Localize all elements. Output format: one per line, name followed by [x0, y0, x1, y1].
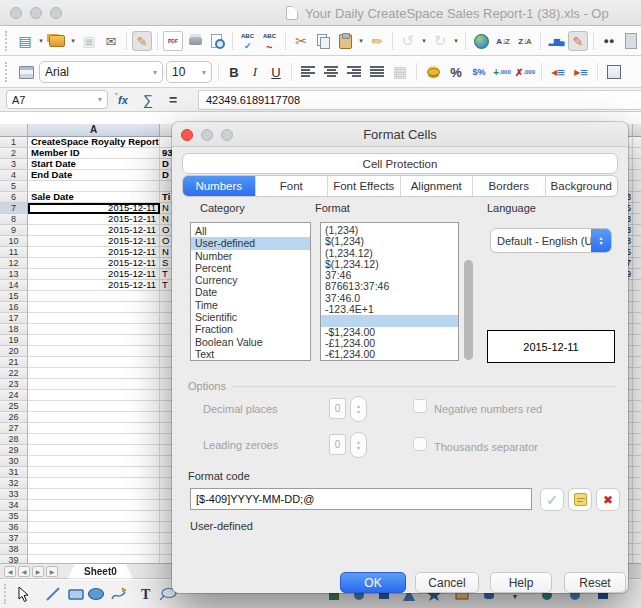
cell-edge2[interactable]	[632, 478, 641, 489]
sort-ascending-icon[interactable]	[493, 31, 513, 51]
confirm-format-icon[interactable]	[540, 488, 564, 511]
cell-edge2[interactable]	[632, 500, 641, 511]
cell-column-a[interactable]	[28, 357, 160, 368]
formula-input[interactable]: 42349.6189117708	[198, 90, 641, 110]
cell-edge2[interactable]	[632, 137, 641, 148]
format-code-input[interactable]: [$-409]YYYY-MM-DD;@	[190, 488, 532, 510]
cell-column-a[interactable]	[28, 346, 160, 357]
zoom-button[interactable]	[50, 7, 62, 19]
scrollbar-thumb[interactable]	[464, 260, 473, 360]
row-header[interactable]: 32	[0, 478, 28, 489]
dialog-zoom-button[interactable]	[221, 129, 233, 141]
dialog-titlebar[interactable]: Format Cells	[172, 122, 628, 147]
cell-column-a[interactable]	[28, 313, 160, 324]
percent-icon[interactable]	[446, 62, 466, 82]
cell-column-a[interactable]	[28, 478, 160, 489]
help-button[interactable]: Help	[490, 572, 552, 593]
hyperlink-icon[interactable]	[471, 31, 491, 51]
freeform-line-tool-icon[interactable]	[109, 584, 129, 604]
cell-column-a[interactable]	[28, 511, 160, 522]
cell-column-a[interactable]	[28, 324, 160, 335]
cell-column-a[interactable]	[28, 489, 160, 500]
cell-edge2[interactable]	[632, 357, 641, 368]
undo-icon[interactable]	[398, 31, 418, 51]
toolbar-drag-handle[interactable]	[5, 62, 10, 82]
cell-edge2[interactable]	[632, 324, 641, 335]
row-header[interactable]: 36	[0, 522, 28, 533]
reset-button[interactable]: Reset	[564, 572, 626, 593]
align-center-icon[interactable]	[321, 62, 341, 82]
cell-column-a[interactable]	[28, 467, 160, 478]
text-tool-icon[interactable]: T	[136, 584, 156, 604]
row-header[interactable]: 12	[0, 258, 28, 269]
select-stepper-icon[interactable]	[591, 228, 611, 253]
cell-edge2[interactable]	[632, 445, 641, 456]
cell-column-a[interactable]: 2015-12-11	[28, 203, 160, 214]
rectangle-tool-icon[interactable]	[66, 584, 86, 604]
cut-icon[interactable]	[291, 31, 311, 51]
paste-dropdown-icon[interactable]	[357, 37, 365, 45]
cell-column-a[interactable]	[28, 379, 160, 390]
format-list-item[interactable]	[321, 315, 458, 326]
cell-column-a[interactable]	[28, 423, 160, 434]
row-header[interactable]: 2	[0, 148, 28, 159]
cell-column-a[interactable]: 2015-12-11	[28, 269, 160, 280]
row-header[interactable]: 38	[0, 544, 28, 555]
row-header[interactable]: 14	[0, 280, 28, 291]
toolbar-overflow-icon[interactable]: ▾	[513, 592, 517, 601]
row-header[interactable]: 9	[0, 225, 28, 236]
row-header[interactable]: 3	[0, 159, 28, 170]
redo-icon[interactable]	[430, 31, 450, 51]
undo-dropdown-icon[interactable]	[420, 37, 428, 45]
row-header[interactable]: 1	[0, 137, 28, 148]
cell-column-a[interactable]	[28, 434, 160, 445]
cell-column-a[interactable]	[28, 456, 160, 467]
align-left-icon[interactable]	[298, 62, 318, 82]
row-header[interactable]: 25	[0, 401, 28, 412]
cell-column-a[interactable]	[28, 291, 160, 302]
cell-edge2[interactable]	[632, 236, 641, 247]
cell-column-a[interactable]	[28, 302, 160, 313]
print-preview-icon[interactable]	[207, 31, 227, 51]
cell-edge2[interactable]	[632, 192, 641, 203]
edit-comment-icon[interactable]	[568, 488, 592, 511]
row-header[interactable]: 5	[0, 181, 28, 192]
function-wizard-icon[interactable]	[113, 90, 133, 110]
ok-button[interactable]: OK	[340, 572, 406, 593]
row-header[interactable]: 34	[0, 500, 28, 511]
category-list-item[interactable]: All	[191, 225, 310, 237]
open-dropdown-icon[interactable]	[69, 37, 77, 45]
cell-edge2[interactable]	[632, 335, 641, 346]
cell-edge2[interactable]	[632, 225, 641, 236]
cell-edge2[interactable]	[632, 170, 641, 181]
cell-column-a[interactable]	[28, 390, 160, 401]
cell-edge2[interactable]	[632, 467, 641, 478]
row-header[interactable]: 21	[0, 357, 28, 368]
new-document-dropdown-icon[interactable]	[37, 37, 45, 45]
cell-column-a[interactable]: End Date	[28, 170, 160, 181]
cell-column-a[interactable]: 2015-12-11	[28, 236, 160, 247]
category-list-item[interactable]: Date	[191, 286, 310, 298]
cell-column-a[interactable]: 2015-12-11	[28, 280, 160, 291]
cell-column-a[interactable]: Sale Date	[28, 192, 160, 203]
cell-edge2[interactable]	[632, 346, 641, 357]
close-button[interactable]	[10, 7, 22, 19]
row-header[interactable]: 13	[0, 269, 28, 280]
cell-edge2[interactable]	[632, 533, 641, 544]
add-decimal-icon[interactable]	[492, 62, 512, 82]
category-list-item[interactable]: Number	[191, 250, 310, 262]
cell-edge2[interactable]	[632, 544, 641, 555]
thousands-separator-checkbox[interactable]	[413, 437, 427, 451]
row-header[interactable]: 23	[0, 379, 28, 390]
export-pdf-icon[interactable]	[163, 31, 183, 51]
increase-indent-icon[interactable]	[571, 62, 591, 82]
cell-edge2[interactable]	[632, 203, 641, 214]
dialog-tab[interactable]: Alignment	[401, 176, 474, 196]
cell-column-a[interactable]	[28, 401, 160, 412]
number-format-icon[interactable]	[469, 62, 489, 82]
delete-decimal-icon[interactable]	[515, 62, 535, 82]
row-header[interactable]: 26	[0, 412, 28, 423]
category-list-item[interactable]: Percent	[191, 262, 310, 274]
row-header[interactable]: 8	[0, 214, 28, 225]
cell-edge2[interactable]	[632, 291, 641, 302]
